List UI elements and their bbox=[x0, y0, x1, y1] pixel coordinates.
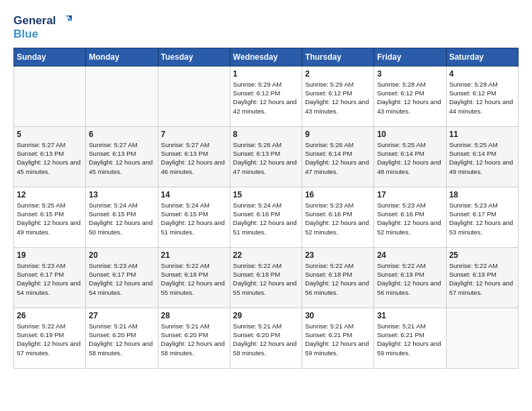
day-info: Sunrise: 5:24 AMSunset: 6:15 PMDaylight:… bbox=[89, 201, 154, 236]
day-info: Sunrise: 5:21 AMSunset: 6:21 PMDaylight:… bbox=[305, 322, 371, 357]
week-row-5: 26Sunrise: 5:22 AMSunset: 6:19 PMDayligh… bbox=[14, 308, 519, 368]
logo-arrow-icon bbox=[57, 13, 72, 28]
day-number: 1 bbox=[233, 69, 299, 79]
calendar-cell: 26Sunrise: 5:22 AMSunset: 6:19 PMDayligh… bbox=[14, 308, 86, 368]
day-info: Sunrise: 5:21 AMSunset: 6:20 PMDaylight:… bbox=[161, 322, 227, 357]
day-info: Sunrise: 5:26 AMSunset: 6:13 PMDaylight:… bbox=[233, 140, 299, 176]
day-number: 2 bbox=[305, 69, 371, 79]
day-info: Sunrise: 5:27 AMSunset: 6:13 PMDaylight:… bbox=[161, 140, 227, 176]
logo: General Blue bbox=[13, 13, 72, 41]
week-row-2: 5Sunrise: 5:27 AMSunset: 6:13 PMDaylight… bbox=[14, 126, 519, 187]
calendar-cell: 12Sunrise: 5:25 AMSunset: 6:15 PMDayligh… bbox=[14, 187, 86, 247]
day-info: Sunrise: 5:25 AMSunset: 6:14 PMDaylight:… bbox=[449, 140, 515, 176]
calendar-cell: 5Sunrise: 5:27 AMSunset: 6:13 PMDaylight… bbox=[14, 126, 86, 187]
calendar-cell: 25Sunrise: 5:22 AMSunset: 6:19 PMDayligh… bbox=[446, 247, 518, 308]
calendar-cell: 6Sunrise: 5:27 AMSunset: 6:13 PMDaylight… bbox=[86, 126, 158, 187]
day-number: 10 bbox=[377, 130, 443, 139]
day-info: Sunrise: 5:25 AMSunset: 6:14 PMDaylight:… bbox=[377, 140, 443, 176]
day-info: Sunrise: 5:22 AMSunset: 6:18 PMDaylight:… bbox=[161, 261, 227, 297]
day-info: Sunrise: 5:21 AMSunset: 6:20 PMDaylight:… bbox=[233, 322, 299, 357]
calendar-cell: 17Sunrise: 5:23 AMSunset: 6:16 PMDayligh… bbox=[374, 187, 446, 247]
day-number: 13 bbox=[89, 190, 154, 199]
day-info: Sunrise: 5:23 AMSunset: 6:16 PMDaylight:… bbox=[305, 201, 371, 236]
calendar-cell: 23Sunrise: 5:22 AMSunset: 6:18 PMDayligh… bbox=[302, 247, 374, 308]
calendar-cell: 20Sunrise: 5:23 AMSunset: 6:17 PMDayligh… bbox=[86, 247, 158, 308]
calendar-cell: 4Sunrise: 5:28 AMSunset: 6:12 PMDaylight… bbox=[446, 66, 518, 126]
calendar-cell bbox=[446, 308, 518, 368]
day-info: Sunrise: 5:25 AMSunset: 6:15 PMDaylight:… bbox=[17, 201, 83, 236]
day-info: Sunrise: 5:27 AMSunset: 6:13 PMDaylight:… bbox=[17, 140, 83, 176]
calendar-cell: 29Sunrise: 5:21 AMSunset: 6:20 PMDayligh… bbox=[230, 308, 302, 368]
day-number: 3 bbox=[377, 69, 443, 79]
calendar-cell: 30Sunrise: 5:21 AMSunset: 6:21 PMDayligh… bbox=[302, 308, 374, 368]
day-number: 6 bbox=[89, 130, 154, 139]
day-info: Sunrise: 5:24 AMSunset: 6:15 PMDaylight:… bbox=[161, 201, 227, 236]
day-number: 24 bbox=[377, 250, 443, 260]
day-number: 4 bbox=[449, 69, 515, 79]
calendar-cell: 31Sunrise: 5:21 AMSunset: 6:21 PMDayligh… bbox=[374, 308, 446, 368]
day-number: 21 bbox=[161, 250, 227, 260]
logo-blue: Blue bbox=[13, 28, 72, 41]
calendar-cell bbox=[158, 66, 230, 126]
day-number: 18 bbox=[449, 190, 515, 199]
day-number: 15 bbox=[233, 190, 299, 199]
day-info: Sunrise: 5:22 AMSunset: 6:19 PMDaylight:… bbox=[377, 261, 443, 297]
calendar-cell: 8Sunrise: 5:26 AMSunset: 6:13 PMDaylight… bbox=[230, 126, 302, 187]
day-number: 27 bbox=[89, 311, 154, 320]
calendar-cell: 21Sunrise: 5:22 AMSunset: 6:18 PMDayligh… bbox=[158, 247, 230, 308]
day-info: Sunrise: 5:23 AMSunset: 6:17 PMDaylight:… bbox=[89, 261, 154, 297]
week-row-3: 12Sunrise: 5:25 AMSunset: 6:15 PMDayligh… bbox=[14, 187, 519, 247]
day-number: 25 bbox=[449, 250, 515, 260]
calendar-cell: 10Sunrise: 5:25 AMSunset: 6:14 PMDayligh… bbox=[374, 126, 446, 187]
calendar-cell: 13Sunrise: 5:24 AMSunset: 6:15 PMDayligh… bbox=[86, 187, 158, 247]
day-number: 28 bbox=[161, 311, 227, 320]
weekday-header-thursday: Thursday bbox=[302, 48, 374, 66]
day-number: 22 bbox=[233, 250, 299, 260]
calendar-cell bbox=[86, 66, 158, 126]
day-number: 23 bbox=[305, 250, 371, 260]
day-number: 29 bbox=[233, 311, 299, 320]
calendar-cell: 18Sunrise: 5:23 AMSunset: 6:17 PMDayligh… bbox=[446, 187, 518, 247]
day-info: Sunrise: 5:29 AMSunset: 6:12 PMDaylight:… bbox=[305, 80, 371, 116]
week-row-1: 1Sunrise: 5:29 AMSunset: 6:12 PMDaylight… bbox=[14, 66, 519, 126]
calendar-cell: 22Sunrise: 5:22 AMSunset: 6:18 PMDayligh… bbox=[230, 247, 302, 308]
day-info: Sunrise: 5:28 AMSunset: 6:12 PMDaylight:… bbox=[377, 80, 443, 116]
calendar-cell: 1Sunrise: 5:29 AMSunset: 6:12 PMDaylight… bbox=[230, 66, 302, 126]
calendar-cell bbox=[14, 66, 86, 126]
calendar-cell: 28Sunrise: 5:21 AMSunset: 6:20 PMDayligh… bbox=[158, 308, 230, 368]
day-info: Sunrise: 5:23 AMSunset: 6:17 PMDaylight:… bbox=[17, 261, 83, 297]
day-info: Sunrise: 5:29 AMSunset: 6:12 PMDaylight:… bbox=[233, 80, 299, 116]
day-number: 11 bbox=[449, 130, 515, 139]
calendar-cell: 27Sunrise: 5:21 AMSunset: 6:20 PMDayligh… bbox=[86, 308, 158, 368]
day-info: Sunrise: 5:22 AMSunset: 6:18 PMDaylight:… bbox=[233, 261, 299, 297]
day-number: 14 bbox=[161, 190, 227, 199]
day-number: 19 bbox=[17, 250, 83, 260]
day-info: Sunrise: 5:21 AMSunset: 6:20 PMDaylight:… bbox=[89, 322, 154, 357]
weekday-header-friday: Friday bbox=[374, 48, 446, 66]
day-info: Sunrise: 5:22 AMSunset: 6:19 PMDaylight:… bbox=[449, 261, 515, 297]
calendar-cell: 11Sunrise: 5:25 AMSunset: 6:14 PMDayligh… bbox=[446, 126, 518, 187]
day-info: Sunrise: 5:28 AMSunset: 6:12 PMDaylight:… bbox=[449, 80, 515, 116]
calendar-cell: 24Sunrise: 5:22 AMSunset: 6:19 PMDayligh… bbox=[374, 247, 446, 308]
day-number: 30 bbox=[305, 311, 371, 320]
day-number: 8 bbox=[233, 130, 299, 139]
calendar-cell: 15Sunrise: 5:24 AMSunset: 6:16 PMDayligh… bbox=[230, 187, 302, 247]
weekday-header-tuesday: Tuesday bbox=[158, 48, 230, 66]
weekday-header-saturday: Saturday bbox=[446, 48, 518, 66]
calendar-cell: 16Sunrise: 5:23 AMSunset: 6:16 PMDayligh… bbox=[302, 187, 374, 247]
day-info: Sunrise: 5:22 AMSunset: 6:18 PMDaylight:… bbox=[305, 261, 371, 297]
week-row-4: 19Sunrise: 5:23 AMSunset: 6:17 PMDayligh… bbox=[14, 247, 519, 308]
calendar-cell: 14Sunrise: 5:24 AMSunset: 6:15 PMDayligh… bbox=[158, 187, 230, 247]
day-number: 16 bbox=[305, 190, 371, 199]
day-number: 20 bbox=[89, 250, 154, 260]
day-number: 17 bbox=[377, 190, 443, 199]
calendar-cell: 9Sunrise: 5:26 AMSunset: 6:14 PMDaylight… bbox=[302, 126, 374, 187]
day-number: 9 bbox=[305, 130, 371, 139]
day-info: Sunrise: 5:21 AMSunset: 6:21 PMDaylight:… bbox=[377, 322, 443, 357]
day-info: Sunrise: 5:22 AMSunset: 6:19 PMDaylight:… bbox=[17, 322, 83, 357]
day-number: 7 bbox=[161, 130, 227, 139]
day-number: 5 bbox=[17, 130, 83, 139]
calendar-cell: 2Sunrise: 5:29 AMSunset: 6:12 PMDaylight… bbox=[302, 66, 374, 126]
calendar-table: SundayMondayTuesdayWednesdayThursdayFrid… bbox=[13, 48, 519, 369]
day-number: 26 bbox=[17, 311, 83, 320]
